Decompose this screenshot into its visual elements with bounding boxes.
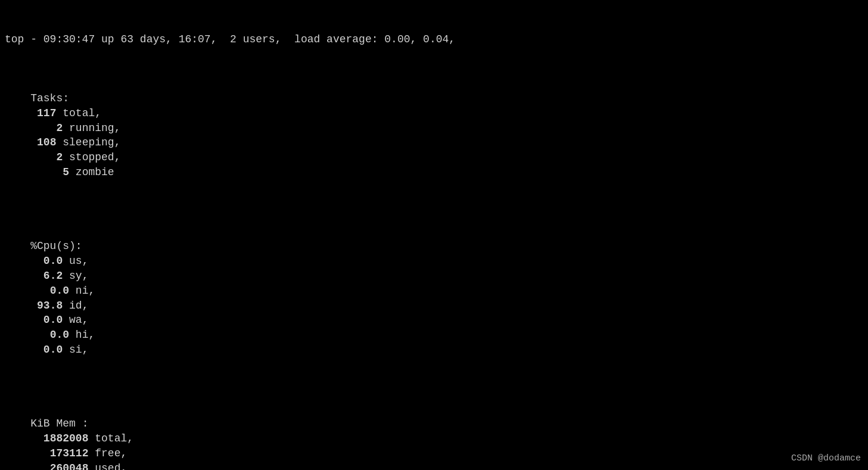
- header-line2: Tasks: 117 total, 2 running, 108 sleepin…: [5, 76, 863, 195]
- tasks-label: Tasks:: [30, 92, 69, 104]
- watermark: CSDN @dodamce: [791, 453, 861, 465]
- header-line4: KiB Mem : 1882008 total, 173112 free, 26…: [5, 401, 863, 470]
- mem-label: KiB Mem :: [30, 418, 88, 429]
- tasks-stopped: 2: [56, 151, 63, 163]
- tasks-zombie: 5: [63, 166, 69, 178]
- tasks-sleeping: 108: [37, 136, 56, 148]
- cpu-label: %Cpu(s):: [30, 240, 82, 252]
- tasks-running: 2: [56, 122, 63, 134]
- tasks-total: 117: [37, 107, 56, 119]
- header-line1: top - 09:30:47 up 63 days, 16:07, 2 user…: [5, 32, 863, 47]
- header-line1-text: top - 09:30:47 up 63 days, 16:07, 2 user…: [5, 33, 455, 45]
- header-line3: %Cpu(s): 0.0 us, 6.2 sy, 0.0 ni, 93.8 id…: [5, 224, 863, 372]
- header-section: top - 09:30:47 up 63 days, 16:07, 2 user…: [5, 2, 863, 470]
